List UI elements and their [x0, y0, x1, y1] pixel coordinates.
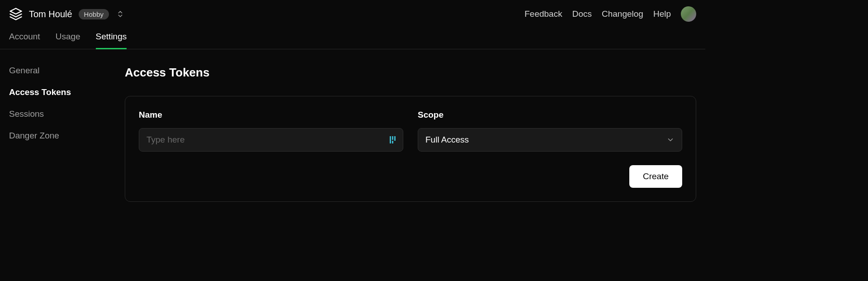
svg-rect-3 [392, 141, 393, 143]
sidebar-item-general[interactable]: General [9, 66, 125, 76]
help-link[interactable]: Help [653, 9, 671, 19]
sidebar: General Access Tokens Sessions Danger Zo… [9, 66, 125, 202]
scope-label: Scope [418, 110, 682, 120]
create-token-card: Name Scope [125, 96, 696, 202]
tab-usage[interactable]: Usage [56, 32, 80, 49]
selector-icon[interactable] [116, 10, 124, 18]
scope-group: Scope Full Access [418, 110, 682, 152]
name-input-wrapper [139, 128, 403, 152]
main: Access Tokens Name [125, 66, 696, 202]
tabs: Account Usage Settings [0, 23, 705, 49]
logo-icon[interactable] [9, 7, 23, 21]
chevron-down-icon [666, 136, 675, 144]
svg-rect-2 [392, 136, 393, 140]
topbar-left: Tom Houlé Hobby [9, 7, 124, 21]
tab-account[interactable]: Account [9, 32, 40, 49]
actions: Create [139, 165, 682, 188]
tab-settings[interactable]: Settings [96, 32, 127, 49]
changelog-link[interactable]: Changelog [602, 9, 643, 19]
plan-badge: Hobby [79, 9, 109, 19]
username[interactable]: Tom Houlé [29, 9, 72, 19]
page-title: Access Tokens [125, 66, 696, 80]
form-row: Name Scope [139, 110, 682, 152]
svg-marker-0 [10, 9, 22, 14]
sidebar-item-access-tokens[interactable]: Access Tokens [9, 87, 125, 97]
sidebar-item-danger-zone[interactable]: Danger Zone [9, 131, 125, 141]
scope-select[interactable]: Full Access [418, 128, 682, 152]
docs-link[interactable]: Docs [572, 9, 592, 19]
content: General Access Tokens Sessions Danger Zo… [0, 49, 705, 211]
create-button[interactable]: Create [629, 165, 682, 188]
name-group: Name [139, 110, 403, 152]
password-manager-icon[interactable] [389, 135, 397, 144]
svg-rect-1 [390, 136, 391, 143]
topbar: Tom Houlé Hobby Feedback Docs Changelog … [0, 0, 705, 23]
feedback-link[interactable]: Feedback [524, 9, 562, 19]
name-input[interactable] [139, 128, 403, 152]
sidebar-item-sessions[interactable]: Sessions [9, 109, 125, 119]
name-label: Name [139, 110, 403, 120]
topbar-right: Feedback Docs Changelog Help [524, 6, 696, 22]
scope-value: Full Access [425, 135, 469, 145]
avatar[interactable] [681, 6, 696, 22]
svg-rect-4 [394, 136, 396, 141]
